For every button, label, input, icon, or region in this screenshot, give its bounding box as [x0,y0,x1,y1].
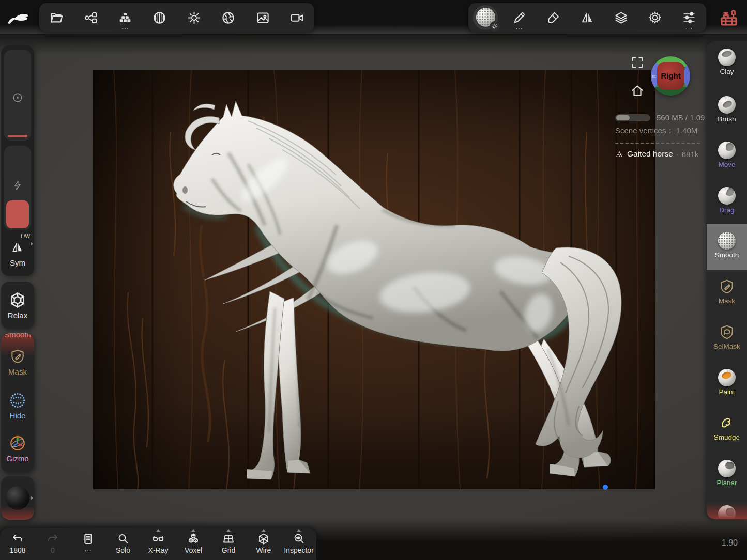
horse-body [174,101,576,351]
top-left-toolbar: ··· [39,3,314,32]
mesh-icon [615,150,624,158]
tool-selmask[interactable]: SelMask [707,323,747,350]
redo-button[interactable]: 0 [35,528,70,560]
material-expand-arrow[interactable] [31,496,33,500]
topology-button[interactable]: ··· [108,3,143,32]
tool-paint[interactable]: Paint [707,369,747,396]
voxel-button[interactable]: Voxel [176,528,211,560]
sun-icon [187,11,201,25]
lighting-button[interactable] [177,3,211,32]
xray-label: X-Ray [148,547,169,554]
tool-smudge-label: Smudge [714,434,740,441]
undo-button[interactable]: 1808 [0,528,35,560]
stroke-button[interactable]: ··· [502,3,537,32]
symmetry-toggle[interactable]: L/W Sym [1,235,34,267]
settings-gear-icon [648,10,662,25]
material-button[interactable] [143,3,177,32]
camera-button[interactable] [280,3,315,32]
scene-graph-button[interactable] [74,3,109,32]
interface-tune-button[interactable]: ··· [672,3,706,32]
xray-button[interactable]: X-Ray [141,528,176,560]
solo-button[interactable]: Solo [105,528,141,560]
inspector-eye-icon [293,533,305,545]
pencil-icon [512,11,526,25]
material-panel[interactable] [1,476,34,520]
voxel-label: Voxel [185,547,202,554]
grid-menu-caret [226,529,231,532]
wireframe-icon [257,533,270,545]
matcap-sphere-icon [153,11,166,25]
stats-separator [615,143,700,144]
symmetry-badge: L/W [21,234,30,239]
symmetry-button[interactable] [570,3,604,32]
mask-quick-tool[interactable]: Mask [1,348,34,376]
radius-slider[interactable] [4,50,31,141]
undo-count: 1808 [9,547,25,554]
radius-slider-value [8,135,27,137]
tool-drag[interactable]: Drag [707,187,747,214]
smudge-finger-icon [718,414,736,432]
tool-clay[interactable]: Clay [707,49,747,75]
stroke-dot-indicator [603,485,608,490]
xray-menu-caret [156,529,160,532]
inspector-button[interactable]: Inspector [281,528,316,560]
horse-front-leg-far [278,298,310,473]
sidebar-red-gradient [707,502,747,519]
orientation-right-band [684,61,690,90]
layers-button[interactable] [604,3,638,32]
tool-smooth[interactable]: Smooth [707,232,747,259]
settings-button[interactable] [638,3,673,32]
nomad-sculpt-app: ··· [0,0,747,560]
tool-move[interactable]: Move [707,142,747,168]
viewport-canvas[interactable] [93,70,655,489]
toolbox-button[interactable] [718,7,740,28]
tool-planar[interactable]: Planar [707,460,747,487]
intensity-lightning-icon [12,180,23,191]
render-button[interactable] [211,3,246,32]
wire-button[interactable]: Wire [246,528,281,560]
hide-quick-tool[interactable]: Hide [1,392,34,419]
horse-model[interactable] [93,70,655,489]
tool-brush-label: Brush [718,116,736,123]
hide-dotted-icon [9,392,26,409]
drag-tool-icon [718,187,736,205]
tool-smudge[interactable]: Smudge [707,414,747,441]
voxel-cubes-icon [187,533,200,545]
notebook-icon [82,533,94,545]
intensity-slider[interactable] [4,146,31,230]
files-button[interactable] [39,3,74,32]
topology-more-dots: ··· [121,26,129,32]
redo-count: 0 [51,547,55,554]
symmetry-expand-arrow[interactable] [31,242,33,246]
wire-menu-caret [262,529,266,532]
selmask-shield-icon [719,323,735,341]
paintbrush-icon [546,11,560,25]
relax-label: Relax [8,312,27,319]
tool-settings-badge[interactable] [490,21,500,32]
tool-sidebar: Clay Brush Move Drag Smooth Mask [707,41,747,519]
grid-button[interactable]: Grid [211,528,246,560]
orientation-current-face: Right [657,62,684,89]
tool-mask[interactable]: Mask [707,278,747,305]
tool-brush[interactable]: Brush [707,96,747,123]
orientation-front-fragment: nt [652,74,656,79]
object-list-item[interactable]: Gaited horse · 681k [615,149,706,159]
gizmo-quick-tool[interactable]: Gizmo [1,434,34,462]
orientation-sphere[interactable]: nt Right [651,56,690,96]
smooth-tool-icon [718,232,736,250]
smooth-peek-label: Smooth [1,333,34,339]
move-tool-icon [718,142,736,159]
tool-smooth-label: Smooth [715,252,739,259]
history-button[interactable]: ··· [70,528,105,560]
tool-planar-label: Planar [716,479,737,487]
mask-quick-label: Mask [8,368,27,376]
xray-glasses-icon [151,533,165,545]
painting-button[interactable] [536,3,570,32]
relax-panel[interactable]: Relax [1,282,34,329]
active-tool-button[interactable] [468,3,502,32]
fullscreen-button[interactable] [630,55,645,70]
background-image-button[interactable] [246,3,280,32]
app-logo[interactable] [4,6,31,28]
radius-icon [12,92,23,103]
home-view-button[interactable] [630,83,645,99]
